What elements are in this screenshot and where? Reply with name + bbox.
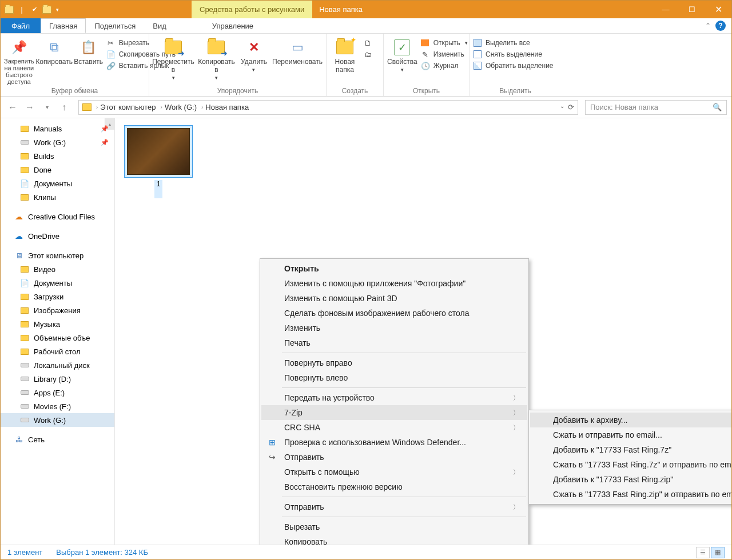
- move-to-icon: ➜: [164, 38, 182, 57]
- help-icon[interactable]: ?: [715, 21, 726, 31]
- ctx-restore-version[interactable]: Восстановить прежнюю версию: [261, 479, 527, 494]
- new-folder-button[interactable]: ✦ Новая папка: [330, 36, 360, 74]
- sidebar-network[interactable]: 🖧Сеть: [1, 433, 114, 446]
- sub-compress-7z-email[interactable]: Сжать в "17733 Fast Ring.7z" и отправить…: [530, 457, 731, 472]
- open-button[interactable]: Открыть▾: [421, 38, 468, 47]
- navigation-pane[interactable]: ▴ Manuals📌Work (G:)📌BuildsDone📄Документы…: [1, 118, 115, 545]
- invert-selection-button[interactable]: Обратить выделение: [473, 61, 554, 70]
- breadcrumb-0[interactable]: Этот компьютер›: [100, 103, 165, 111]
- sidebar-pc-item[interactable]: Объемные объе: [1, 331, 114, 345]
- pin-quick-access-button[interactable]: 📌 Закрепить на панели быстрого доступа: [4, 36, 34, 85]
- sidebar-pc-item[interactable]: Apps (E:): [1, 386, 114, 399]
- search-icon[interactable]: 🔍: [713, 103, 722, 111]
- sidebar-quick-item[interactable]: Work (G:)📌: [1, 135, 114, 149]
- sidebar-quick-item[interactable]: Done: [1, 163, 114, 177]
- quick-access-toolbar: | ▾: [1, 5, 60, 15]
- ctx-open-with[interactable]: Открыть с помощью〉: [261, 465, 527, 479]
- ctx-edit[interactable]: Изменить: [261, 321, 527, 335]
- sidebar-pc-item[interactable]: Изображения: [1, 303, 114, 317]
- qat-customize-dropdown[interactable]: ▾: [54, 5, 60, 15]
- easy-access-button[interactable]: 🗂: [363, 50, 372, 59]
- ctx-defender[interactable]: ⊞Проверка с использованием Windows Defen…: [261, 435, 527, 450]
- select-none-button[interactable]: Снять выделение: [473, 50, 554, 59]
- sidebar-pc-item[interactable]: Видео: [1, 262, 114, 276]
- properties-button[interactable]: ✓ Свойства▾: [387, 36, 417, 73]
- ctx-edit-photos[interactable]: Изменить с помощью приложения "Фотографи…: [261, 276, 527, 291]
- refresh-icon[interactable]: ⟳: [568, 103, 574, 111]
- sidebar-pc-item[interactable]: Library (D:): [1, 372, 114, 386]
- copy-label: Копировать: [35, 58, 73, 66]
- edit-button[interactable]: ✎Изменить: [421, 50, 468, 59]
- view-thumbnails-button[interactable]: ▦: [711, 547, 725, 558]
- file-list[interactable]: 1 Открыть Изменить с помощью приложения …: [115, 118, 731, 545]
- tab-view[interactable]: Вид: [144, 18, 175, 33]
- history-button[interactable]: 🕓Журнал: [421, 61, 468, 70]
- sub-add-zip[interactable]: Добавить к "17733 Fast Ring.zip": [530, 472, 731, 487]
- sidebar-quick-item[interactable]: Manuals📌: [1, 122, 114, 135]
- sidebar-quick-item[interactable]: Клипы: [1, 190, 114, 204]
- ctx-edit-paint3d[interactable]: Изменить с помощью Paint 3D: [261, 291, 527, 306]
- ctx-print[interactable]: Печать: [261, 335, 527, 350]
- ctx-cast[interactable]: Передать на устройство〉: [261, 390, 527, 405]
- sidebar-pc-item[interactable]: Музыка: [1, 317, 114, 331]
- tab-manage[interactable]: Управление: [204, 18, 262, 33]
- select-all-button[interactable]: Выделить все: [473, 38, 554, 47]
- move-to-button[interactable]: ➜ Переместить в▾: [153, 36, 194, 81]
- up-button[interactable]: ↑: [57, 100, 71, 115]
- sidebar-pc-item[interactable]: Загрузки: [1, 290, 114, 303]
- ctx-7zip[interactable]: 7-Zip〉: [261, 405, 527, 420]
- view-details-button[interactable]: ☰: [696, 547, 710, 558]
- recent-dropdown[interactable]: ▾: [39, 100, 54, 115]
- ctx-open[interactable]: Открыть: [261, 261, 527, 276]
- sidebar-pc-item[interactable]: 📄Документы: [1, 276, 114, 290]
- tab-share[interactable]: Поделиться: [86, 18, 144, 33]
- tab-home[interactable]: Главная: [41, 18, 86, 33]
- sub-add-archive[interactable]: Добавить к архиву...: [530, 413, 731, 427]
- sidebar-onedrive[interactable]: ☁OneDrive: [1, 229, 114, 243]
- sidebar-pc-item[interactable]: Movies (F:): [1, 399, 114, 413]
- ctx-rotate-right[interactable]: Повернуть вправо: [261, 355, 527, 370]
- ctx-copy[interactable]: Копировать: [261, 534, 527, 545]
- ctx-cut[interactable]: Вырезать: [261, 519, 527, 534]
- sub-add-7z[interactable]: Добавить к "17733 Fast Ring.7z": [530, 442, 731, 457]
- sub-compress-email[interactable]: Сжать и отправить по email...: [530, 427, 731, 442]
- forward-button[interactable]: →: [22, 100, 37, 115]
- sidebar-quick-item[interactable]: 📄Документы: [1, 177, 114, 190]
- ctx-share[interactable]: ↪Отправить: [261, 450, 527, 465]
- tab-file[interactable]: Файл: [1, 18, 41, 33]
- close-button[interactable]: ✕: [705, 1, 731, 18]
- ctx-set-background[interactable]: Сделать фоновым изображением рабочего ст…: [261, 306, 527, 321]
- sidebar-this-pc[interactable]: 🖥Этот компьютер: [1, 249, 114, 262]
- sidebar-creative-cloud[interactable]: ☁Creative Cloud Files: [1, 210, 114, 223]
- sidebar-quick-item[interactable]: Builds: [1, 149, 114, 163]
- breadcrumb-1[interactable]: Work (G:)›: [165, 103, 205, 111]
- sidebar-pc-item[interactable]: Рабочий стол: [1, 345, 114, 358]
- address-bar[interactable]: › Этот компьютер› Work (G:)› Новая папка…: [78, 100, 578, 115]
- address-dropdown-icon[interactable]: ⌄: [560, 103, 564, 111]
- properties-qat-icon[interactable]: [29, 5, 39, 15]
- shortcut-icon: 🔗: [106, 61, 116, 70]
- clipboard-group-label: Буфер обмена: [4, 86, 145, 95]
- copy-button[interactable]: ⧉ Копировать: [38, 36, 71, 66]
- sub-compress-zip-email[interactable]: Сжать в "17733 Fast Ring.zip" и отправит…: [530, 487, 731, 502]
- delete-button[interactable]: ✕ Удалить▾: [239, 36, 269, 73]
- sidebar-pc-item[interactable]: Локальный диск: [1, 358, 114, 372]
- ctx-send-to[interactable]: Отправить〉: [261, 499, 527, 514]
- copy-to-button[interactable]: ➜ Копировать в▾: [197, 36, 236, 81]
- file-thumbnail[interactable]: 1: [122, 125, 195, 198]
- search-box[interactable]: Поиск: Новая папка 🔍: [585, 100, 727, 115]
- ctx-rotate-left[interactable]: Повернуть влево: [261, 370, 527, 385]
- sidebar-pc-item[interactable]: Work (G:): [1, 413, 114, 427]
- paste-button[interactable]: 📋 Вставить: [74, 36, 103, 66]
- context-menu: Открыть Изменить с помощью приложения "Ф…: [260, 258, 529, 545]
- new-item-button[interactable]: 🗋: [363, 38, 372, 47]
- chevron-right-icon: 〉: [513, 468, 519, 477]
- ctx-crc-sha[interactable]: CRC SHA〉: [261, 420, 527, 435]
- maximize-button[interactable]: ☐: [679, 1, 705, 18]
- breadcrumb-2[interactable]: Новая папка: [205, 103, 249, 111]
- collapse-ribbon-icon[interactable]: ⌃: [705, 22, 711, 30]
- qat-new-folder-icon[interactable]: [42, 5, 52, 15]
- rename-button[interactable]: ▭ Переименовать: [272, 36, 323, 66]
- back-button[interactable]: ←: [5, 100, 20, 115]
- minimize-button[interactable]: —: [653, 1, 679, 18]
